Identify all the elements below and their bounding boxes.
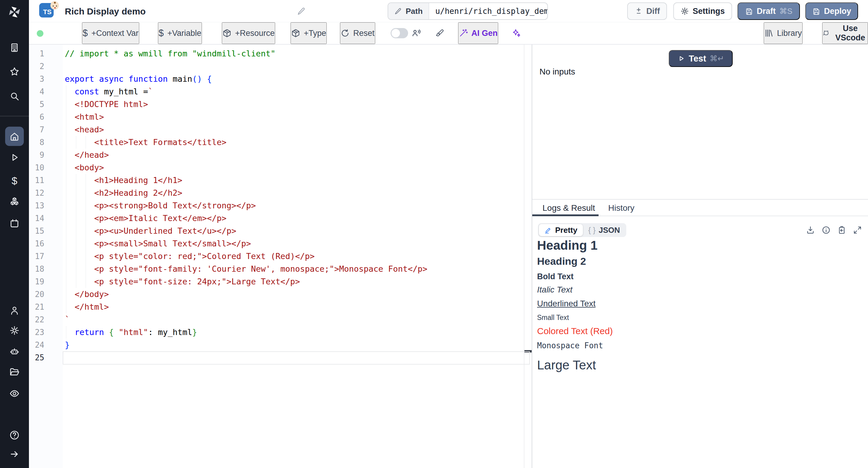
- search-icon[interactable]: [9, 91, 20, 101]
- dollar-icon: $: [158, 28, 164, 38]
- diff-button[interactable]: Diff: [627, 2, 667, 20]
- code-line[interactable]: <p><strong>Bold Text</strong></p>: [29, 199, 524, 212]
- library-button[interactable]: Library: [764, 22, 803, 44]
- panel-split-line[interactable]: [532, 199, 868, 200]
- indent-guide: [76, 250, 76, 263]
- code-line[interactable]: // import * as wmill from "windmill-clie…: [29, 47, 524, 60]
- code-token: }: [65, 340, 70, 350]
- workspace-building-icon[interactable]: [9, 42, 20, 53]
- rendered-large: Large Text: [537, 358, 862, 373]
- code-line[interactable]: <title>Text Formats</title>: [29, 136, 524, 149]
- code-token: <p><u>Underlined Text</u></p>: [65, 226, 236, 235]
- add-variable-button[interactable]: $ +Variable: [158, 22, 202, 44]
- help-icon[interactable]: [9, 430, 20, 440]
- sparkles-icon[interactable]: [512, 22, 521, 44]
- sidebar-item-settings-gear-icon[interactable]: [9, 325, 20, 335]
- run-and-result-panel: Test ⌘↵ No inputs Logs & Result History …: [532, 45, 868, 468]
- test-button[interactable]: Test ⌘↵: [669, 50, 733, 67]
- code-line[interactable]: <p><u>Underlined Text</u></p>: [29, 225, 524, 237]
- sidebar-item-audit-eye-icon[interactable]: [9, 388, 20, 399]
- multiplayer-toggle[interactable]: [391, 22, 408, 44]
- tab-history[interactable]: History: [608, 203, 634, 215]
- code-line[interactable]: `: [29, 313, 524, 326]
- editor-toolbar: $ +Context Var $ +Variable +Resource +Ty…: [29, 22, 868, 45]
- path-label: Path: [388, 3, 429, 19]
- highlighter-icon: [544, 226, 552, 234]
- view-pretty-button[interactable]: Pretty: [539, 224, 583, 236]
- info-icon[interactable]: [822, 226, 831, 235]
- code-lines[interactable]: // import * as wmill from "windmill-clie…: [29, 47, 524, 364]
- code-line[interactable]: <html>: [29, 111, 524, 123]
- indent-guide: [66, 263, 66, 275]
- code-line[interactable]: const my_html =`: [29, 85, 524, 98]
- library-label: Library: [777, 29, 802, 38]
- code-line[interactable]: <head>: [29, 123, 524, 136]
- add-resource-button[interactable]: +Resource: [222, 22, 275, 44]
- expand-sidebar-arrow-icon[interactable]: [9, 449, 20, 459]
- maximize-icon[interactable]: [853, 226, 862, 235]
- indent-guide: [66, 136, 66, 149]
- overview-ruler[interactable]: [524, 45, 532, 468]
- sidebar-item-workers-robot-icon[interactable]: [9, 347, 20, 357]
- code-token: {: [109, 327, 114, 337]
- code-token: : my_html: [148, 327, 192, 337]
- code-line[interactable]: <body>: [29, 161, 524, 174]
- copy-to-clipboard-icon[interactable]: [837, 226, 846, 235]
- code-line[interactable]: </head>: [29, 149, 524, 161]
- add-resource-label: +Resource: [235, 29, 275, 38]
- path-label-text: Path: [406, 7, 423, 16]
- code-line[interactable]: </html>: [29, 301, 524, 313]
- deploy-button[interactable]: Deploy: [805, 2, 858, 20]
- sidebar-item-users-icon[interactable]: [9, 306, 20, 316]
- toggle-track[interactable]: [391, 28, 408, 38]
- indent-guide: [86, 225, 86, 237]
- add-context-var-label: +Context Var: [91, 29, 138, 38]
- code-line[interactable]: }: [29, 339, 524, 351]
- code-line[interactable]: <p><em>Italic Text</em></p>: [29, 212, 524, 225]
- sidebar-item-folders-icon[interactable]: [9, 367, 20, 377]
- code-token: <p style="font-size: 24px;">Large Text</…: [65, 277, 300, 286]
- sidebar-item-schedules-icon[interactable]: [9, 218, 20, 229]
- code-line[interactable]: <h2>Heading 2</h2>: [29, 187, 524, 199]
- format-brush-icon[interactable]: [435, 22, 444, 44]
- code-line[interactable]: <p style="font-size: 24px;">Large Text</…: [29, 275, 524, 288]
- code-line[interactable]: <!DOCTYPE html>: [29, 98, 524, 111]
- settings-button[interactable]: Settings: [673, 2, 732, 20]
- reset-button[interactable]: Reset: [340, 22, 375, 44]
- code-line[interactable]: export async function main() {: [29, 73, 524, 85]
- code-line[interactable]: [29, 351, 524, 364]
- ai-gen-button[interactable]: AI Gen: [458, 22, 498, 44]
- code-line[interactable]: <p style="color: red;">Colored Text (Red…: [29, 250, 524, 263]
- path-value[interactable]: u/henri/rich_display_demo: [429, 3, 548, 19]
- multiplayer-users-icon[interactable]: [412, 22, 421, 44]
- rendered-mono: Monospace Font: [537, 341, 862, 350]
- code-line[interactable]: <p style="font-family: 'Courier New', mo…: [29, 263, 524, 275]
- download-icon[interactable]: [806, 226, 815, 235]
- add-context-var-button[interactable]: $ +Context Var: [82, 22, 139, 44]
- code-editor[interactable]: 1234567891011121314151617181920212223242…: [29, 45, 524, 468]
- sidebar-item-home-icon[interactable]: [9, 131, 20, 142]
- add-type-button[interactable]: +Type: [290, 22, 327, 44]
- splitter-handle[interactable]: [532, 45, 532, 468]
- indent-guide: [76, 174, 76, 187]
- view-json-button[interactable]: { } JSON: [583, 224, 625, 236]
- draft-shortcut: ⌘S: [779, 7, 792, 16]
- favorites-star-icon[interactable]: [9, 67, 20, 77]
- path-field[interactable]: Path u/henri/rich_display_demo: [388, 2, 548, 20]
- code-line[interactable]: [29, 60, 524, 73]
- edit-title-pencil-icon[interactable]: [297, 7, 306, 16]
- tab-logs-result[interactable]: Logs & Result: [542, 203, 595, 215]
- sidebar-item-resources-icon[interactable]: [9, 197, 20, 207]
- deploy-label: Deploy: [824, 7, 851, 16]
- sidebar-item-runs-icon[interactable]: [9, 152, 20, 163]
- draft-button[interactable]: Draft ⌘S: [738, 2, 800, 20]
- code-token: {: [207, 74, 212, 84]
- windmill-logo-icon[interactable]: [7, 5, 22, 19]
- code-line[interactable]: <p><small>Small Text</small></p>: [29, 237, 524, 250]
- code-line[interactable]: return { "html": my_html}: [29, 326, 524, 339]
- sidebar-item-variables-icon[interactable]: $: [9, 175, 20, 186]
- use-vscode-button[interactable]: Use VScode: [822, 22, 868, 44]
- code-line[interactable]: </body>: [29, 288, 524, 301]
- code-line[interactable]: <h1>Heading 1</h1>: [29, 174, 524, 187]
- code-token: (): [192, 74, 202, 84]
